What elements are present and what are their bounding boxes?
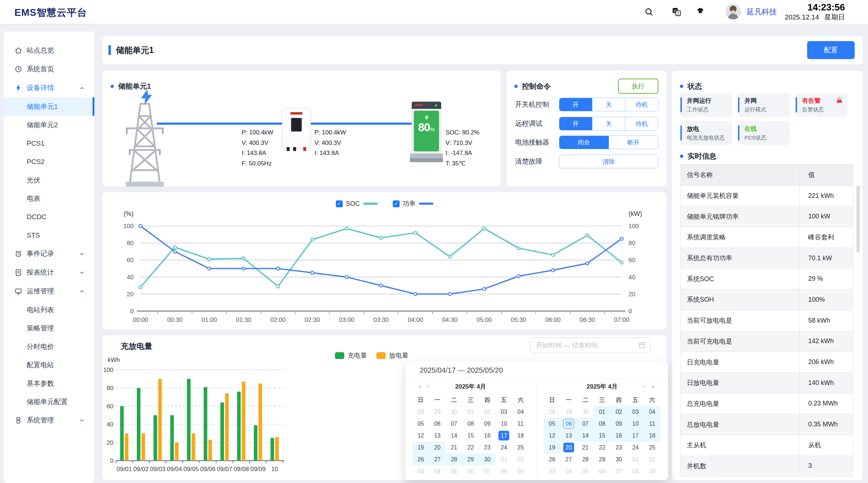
prev-year-button[interactable]: «: [418, 378, 421, 394]
calendar-day[interactable]: 10: [627, 418, 644, 430]
calendar-day[interactable]: 08: [627, 465, 644, 477]
calendar-day[interactable]: 04: [512, 406, 529, 418]
sidebar-subitem-14[interactable]: 电站列表: [4, 301, 94, 319]
segment-option[interactable]: 清除: [559, 155, 658, 168]
calendar-day[interactable]: 27: [560, 453, 577, 465]
calendar-day[interactable]: 05: [446, 465, 462, 477]
sidebar-item-12[interactable]: 报表统计: [4, 263, 94, 282]
translate-icon[interactable]: G文: [672, 7, 681, 16]
calendar-day[interactable]: 08: [462, 418, 479, 430]
calendar-day[interactable]: 22: [462, 442, 479, 453]
calendar-day[interactable]: 24: [496, 442, 512, 453]
calendar-day[interactable]: 20: [429, 442, 446, 453]
calendar-day[interactable]: 23: [479, 442, 496, 453]
calendar-day[interactable]: 05: [412, 418, 429, 430]
calendar-day[interactable]: 07: [610, 465, 627, 477]
calendar-day[interactable]: 06: [560, 418, 577, 430]
sidebar-subitem-6[interactable]: PCS2: [4, 152, 94, 171]
sidebar-subitem-4[interactable]: 储能单元2: [4, 116, 94, 134]
calendar-day[interactable]: 12: [544, 430, 560, 442]
shirt-icon[interactable]: [696, 7, 705, 16]
calendar-day[interactable]: 07: [577, 418, 594, 430]
calendar-day[interactable]: 15: [594, 430, 610, 442]
calendar-day[interactable]: 10: [496, 418, 512, 430]
calendar-day[interactable]: 22: [594, 442, 610, 453]
calendar-day[interactable]: 02: [610, 406, 627, 418]
calendar-day[interactable]: 26: [412, 453, 429, 465]
calendar-day[interactable]: 07: [446, 418, 462, 430]
calendar-day[interactable]: 04: [644, 406, 661, 418]
calendar-day[interactable]: 28: [577, 453, 594, 465]
calendar-day[interactable]: 29: [429, 406, 446, 418]
calendar-day[interactable]: 01: [496, 453, 512, 465]
calendar-day[interactable]: 06: [462, 465, 479, 477]
calendar-day[interactable]: 30: [577, 406, 594, 418]
power-checkbox[interactable]: [393, 200, 399, 207]
table-scrollbar[interactable]: [856, 186, 860, 253]
calendar-day[interactable]: 17: [496, 430, 512, 442]
next-month-button[interactable]: ›: [643, 378, 645, 394]
sidebar-subitem-3[interactable]: 储能单元1: [4, 97, 94, 116]
calendar-day[interactable]: 08: [496, 465, 512, 477]
calendar-day[interactable]: 01: [594, 406, 610, 418]
segment-option[interactable]: 关: [592, 117, 625, 130]
calendar-day[interactable]: 27: [429, 453, 446, 465]
calendar-day[interactable]: 17: [627, 430, 644, 442]
config-button[interactable]: 配置: [807, 41, 855, 59]
sidebar-subitem-18[interactable]: 基本参数: [4, 374, 94, 393]
calendar-day[interactable]: 19: [412, 442, 429, 453]
calendar-day[interactable]: 30: [479, 453, 496, 465]
sidebar-item-13[interactable]: 运维管理: [4, 282, 94, 301]
calendar-day[interactable]: 02: [644, 453, 661, 465]
sidebar-item-1[interactable]: 系统首页: [4, 60, 94, 79]
calendar-day[interactable]: 16: [479, 430, 496, 442]
segment-option[interactable]: 闭合: [559, 136, 609, 149]
calendar-day[interactable]: 28: [412, 406, 429, 418]
soc-checkbox[interactable]: [336, 200, 343, 207]
calendar-day[interactable]: 30: [446, 406, 462, 418]
legend-item-charge[interactable]: 充电量: [335, 351, 367, 360]
calendar-day[interactable]: 03: [544, 465, 560, 477]
calendar-day[interactable]: 23: [610, 442, 627, 453]
calendar-day[interactable]: 30: [610, 453, 627, 465]
sidebar-subitem-10[interactable]: STS: [4, 226, 94, 244]
segment-option[interactable]: 开: [559, 98, 592, 111]
calendar-day[interactable]: 11: [512, 418, 529, 430]
calendar-day[interactable]: 21: [446, 442, 462, 453]
sidebar-item-0[interactable]: 站点总览: [4, 41, 94, 60]
sidebar-item-20[interactable]: 系统管理: [4, 411, 94, 430]
calendar-day[interactable]: 04: [560, 465, 577, 477]
segment-option[interactable]: 开: [559, 117, 592, 130]
calendar-day[interactable]: 18: [512, 430, 529, 442]
calendar-day[interactable]: 28: [446, 453, 462, 465]
calendar-day[interactable]: 25: [644, 442, 661, 453]
sidebar-subitem-8[interactable]: 电表: [4, 189, 94, 208]
calendar-day[interactable]: 15: [462, 430, 479, 442]
calendar-day[interactable]: 01: [462, 406, 479, 418]
calendar-day[interactable]: 20: [560, 442, 577, 453]
sidebar-subitem-16[interactable]: 分时电价: [4, 337, 94, 356]
calendar-day[interactable]: 14: [577, 430, 594, 442]
calendar-day[interactable]: 09: [644, 465, 661, 477]
calendar-day[interactable]: 19: [544, 442, 560, 453]
sidebar-subitem-15[interactable]: 策略管理: [4, 319, 94, 337]
calendar-day[interactable]: 03: [412, 465, 429, 477]
legend-item-power[interactable]: 功率: [393, 199, 433, 208]
search-icon[interactable]: [644, 7, 653, 16]
segment-option[interactable]: 断开: [609, 136, 658, 149]
calendar-day[interactable]: 01: [627, 453, 644, 465]
next-year-button[interactable]: »: [652, 378, 655, 394]
sidebar-subitem-9[interactable]: DCDC: [4, 208, 94, 226]
legend-item-soc[interactable]: SOC: [336, 199, 377, 208]
segment-option[interactable]: 关: [592, 98, 625, 111]
calendar-day[interactable]: 21: [577, 442, 594, 453]
sidebar-subitem-19[interactable]: 储能单元配置: [4, 393, 94, 411]
calendar-day[interactable]: 11: [644, 418, 661, 430]
segment-option[interactable]: 待机: [625, 117, 658, 130]
calendar-day[interactable]: 02: [479, 406, 496, 418]
calendar-day[interactable]: 26: [544, 453, 560, 465]
calendar-day[interactable]: 02: [512, 453, 529, 465]
calendar-day[interactable]: 16: [610, 430, 627, 442]
calendar-day[interactable]: 05: [577, 465, 594, 477]
segment-option[interactable]: 待机: [625, 98, 658, 111]
